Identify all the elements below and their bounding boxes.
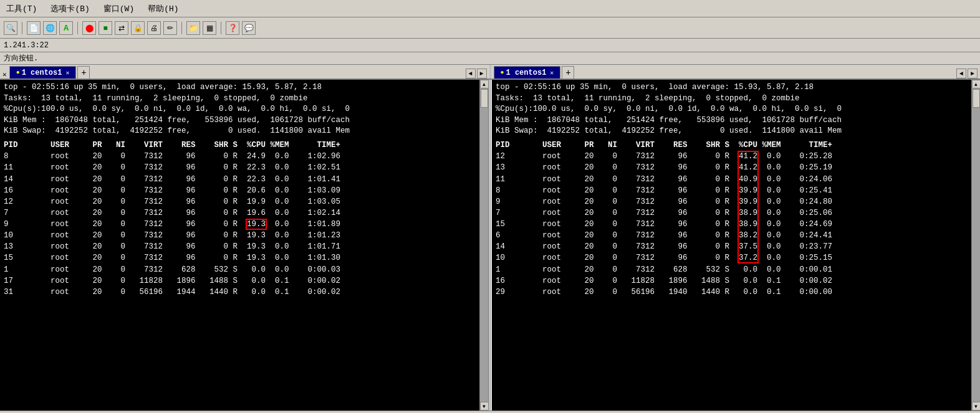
left-tab-centos1[interactable]: ● 1 centos1 ✕	[9, 66, 77, 78]
toolbar-globe[interactable]: 🌐	[43, 21, 57, 35]
table-row: 29 root 20 0 56196 1940 1440 R 0.0 0.1 0…	[496, 287, 968, 298]
table-row: 15 root 20 0 7312 96 0 R 19.3 0.0 1:01.3…	[4, 252, 476, 263]
right-scroll-thumb[interactable]	[973, 89, 980, 108]
cpu-highlight: 37.2	[739, 254, 757, 262]
terminal-header-line: %Cpu(s):100.0 us, 0.0 sy, 0.0 ni, 0.0 id…	[496, 104, 968, 115]
toolbar-green-square[interactable]: ■	[98, 21, 112, 35]
table-row: 9 root 20 0 7312 96 0 R 19.3 0.0 1:01.89	[4, 219, 476, 230]
right-terminal[interactable]: top - 02:55:16 up 35 min, 0 users, load …	[492, 80, 971, 411]
address-bar: 1.241.3:22	[0, 39, 980, 52]
cpu-highlight: 41.2	[739, 152, 757, 161]
menu-help[interactable]: 帮助(H)	[144, 2, 182, 16]
table-row: 14 root 20 0 7312 96 0 R 22.3 0.0 1:01.4…	[4, 174, 476, 185]
right-tab-add[interactable]: +	[562, 66, 574, 78]
left-tab-close[interactable]: ✕	[65, 69, 69, 77]
table-row: 1 root 20 0 7312 628 532 S 0.0 0.0 0:00.…	[496, 264, 968, 275]
terminal-header-line: KiB Swap: 4192252 total, 4192252 free, 0…	[496, 126, 968, 137]
terminal-header-line: KiB Mem : 1867048 total, 251424 free, 55…	[4, 115, 476, 126]
left-scroll-track[interactable]	[480, 88, 489, 402]
table-row: 17 root 20 0 11828 1896 1488 S 0.0 0.1 0…	[4, 275, 476, 287]
right-tab-strip: ● 1 centos1 ✕ + ◄ ►	[491, 65, 981, 78]
cpu-highlight: 38.9	[739, 220, 757, 229]
table-row: 6 root 20 0 7312 96 0 R 38.2 0.0 0:24.41	[496, 230, 968, 241]
table-row: 12 root 20 0 7312 96 0 R 41.2 0.0 0:25.2…	[496, 151, 968, 162]
cpu-highlight: 39.9	[739, 186, 757, 195]
terminal-header-line: top - 02:55:16 up 35 min, 0 users, load …	[4, 82, 476, 93]
menu-window[interactable]: 窗口(W)	[100, 2, 138, 16]
cpu-highlight: 41.2	[739, 163, 757, 172]
left-scroll-thumb[interactable]	[481, 89, 488, 108]
toolbar-sep-1	[22, 22, 22, 34]
toolbar-box[interactable]: ▦	[203, 21, 216, 35]
right-nav-left[interactable]: ◄	[956, 69, 966, 78]
menu-tools[interactable]: 工具(T)	[2, 2, 41, 16]
dual-tab-area: ✕ ● 1 centos1 ✕ + ◄ ► ● 1 centos1 ✕ + ◄ …	[0, 65, 980, 80]
terminal-header-line: Tasks: 13 total, 11 running, 2 sleeping,…	[496, 93, 968, 105]
table-row: 31 root 20 0 56196 1944 1440 R 0.0 0.1 0…	[4, 287, 476, 298]
menu-tabs[interactable]: 选项卡(B)	[47, 2, 93, 16]
right-tab-centos1[interactable]: ● 1 centos1 ✕	[494, 66, 561, 78]
table-row: 12 root 20 0 7312 96 0 R 19.9 0.0 1:03.0…	[4, 196, 476, 207]
toolbar-pencil[interactable]: ✏	[163, 21, 177, 35]
toolbar-a[interactable]: A	[59, 21, 73, 35]
table-row: 9 root 20 0 7312 96 0 R 39.9 0.0 0:24.80	[496, 196, 968, 207]
address-text: 1.241.3:22	[4, 41, 49, 50]
right-scroll-track[interactable]	[972, 88, 981, 402]
left-pane-wrapper: top - 02:55:16 up 35 min, 0 users, load …	[0, 80, 488, 411]
left-nav-left[interactable]: ◄	[466, 69, 476, 78]
toolbar-arrows[interactable]: ⇄	[115, 21, 128, 35]
left-scroll-down[interactable]: ▼	[480, 402, 489, 411]
terminal-header-line: KiB Swap: 4192252 total, 4192252 free, 0…	[4, 126, 476, 137]
toolbar-folder[interactable]: 📁	[186, 21, 200, 35]
status-bar: https://blog.csdn.net/weixin_51432789	[0, 411, 980, 413]
toolbar-sep-2	[77, 22, 78, 34]
table-row: 7 root 20 0 7312 96 0 R 19.6 0.0 1:02.14	[4, 207, 476, 219]
toolbar-lock[interactable]: 🔒	[131, 21, 145, 35]
right-tab-close[interactable]: ✕	[550, 69, 554, 77]
right-scroll-up[interactable]: ▲	[972, 80, 981, 88]
table-row: 13 root 20 0 7312 96 0 R 19.3 0.0 1:01.7…	[4, 241, 476, 252]
toolbar: 🔍 📄 🌐 A ⬤ ■ ⇄ 🔒 🖨 ✏ 📁 ▦ ❓ 💬	[0, 17, 980, 39]
right-scrollbar[interactable]: ▲ ▼	[971, 80, 980, 411]
left-nav-arrows: ◄ ►	[466, 69, 487, 78]
cpu-highlight: 38.9	[739, 209, 757, 217]
toolbar-red-circle[interactable]: ⬤	[82, 21, 96, 35]
table-row: 8 root 20 0 7312 96 0 R 39.9 0.0 0:25.41	[496, 185, 968, 196]
table-row: 16 root 20 0 11828 1896 1488 S 0.0 0.1 0…	[496, 275, 968, 287]
table-row: 8 root 20 0 7312 96 0 R 24.9 0.0 1:02.96	[4, 151, 476, 162]
right-tab-label: 1 centos1	[506, 69, 547, 77]
toolbar-chat[interactable]: 💬	[242, 21, 256, 35]
table-row: 15 root 20 0 7312 96 0 R 38.9 0.0 0:24.6…	[496, 219, 968, 230]
right-scroll-down[interactable]: ▼	[972, 402, 981, 411]
table-row: 7 root 20 0 7312 96 0 R 38.9 0.0 0:25.06	[496, 207, 968, 219]
left-tab-label: 1 centos1	[22, 69, 62, 77]
right-nav-arrows: ◄ ►	[956, 69, 978, 78]
left-terminal[interactable]: top - 02:55:16 up 35 min, 0 users, load …	[0, 80, 479, 411]
table-row: 1 root 20 0 7312 628 532 S 0.0 0.0 0:00.…	[4, 264, 476, 275]
left-tab-add[interactable]: +	[77, 66, 90, 78]
cpu-highlight: 37.5	[739, 242, 757, 251]
toolbar-help[interactable]: ❓	[226, 21, 239, 35]
left-scrollbar[interactable]: ▲ ▼	[479, 80, 488, 411]
toolbar-search[interactable]: 🔍	[4, 21, 17, 35]
left-close-btn[interactable]: ✕	[2, 70, 7, 78]
right-nav-right[interactable]: ►	[968, 69, 978, 78]
right-pane-wrapper: top - 02:55:16 up 35 min, 0 users, load …	[492, 80, 980, 411]
table-row: 16 root 20 0 7312 96 0 R 20.6 0.0 1:03.0…	[4, 185, 476, 196]
hint-text: 方向按钮.	[4, 53, 38, 64]
left-tab-strip: ✕ ● 1 centos1 ✕ + ◄ ►	[0, 65, 491, 78]
hint-bar: 方向按钮.	[0, 52, 980, 65]
table-row: 10 root 20 0 7312 96 0 R 19.3 0.0 1:01.2…	[4, 230, 476, 241]
cpu-highlight: 38.2	[739, 231, 757, 240]
menu-bar: 工具(T) 选项卡(B) 窗口(W) 帮助(H)	[2, 2, 183, 16]
left-scroll-up[interactable]: ▲	[480, 80, 489, 88]
terminal-header-line: KiB Mem : 1867048 total, 251424 free, 55…	[496, 115, 968, 126]
left-nav-right[interactable]: ►	[477, 69, 487, 78]
toolbar-new[interactable]: 📄	[27, 21, 41, 35]
cpu-highlight: 40.9	[739, 175, 757, 184]
table-header: PID USER PR NI VIRT RES SHR S %CPU %MEM …	[496, 140, 968, 151]
table-row: 10 root 20 0 7312 96 0 R 37.2 0.0 0:25.1…	[496, 252, 968, 263]
table-row: 11 root 20 0 7312 96 0 R 40.9 0.0 0:24.0…	[496, 174, 968, 185]
cpu-highlight: 39.9	[739, 197, 757, 206]
toolbar-print[interactable]: 🖨	[147, 21, 161, 35]
